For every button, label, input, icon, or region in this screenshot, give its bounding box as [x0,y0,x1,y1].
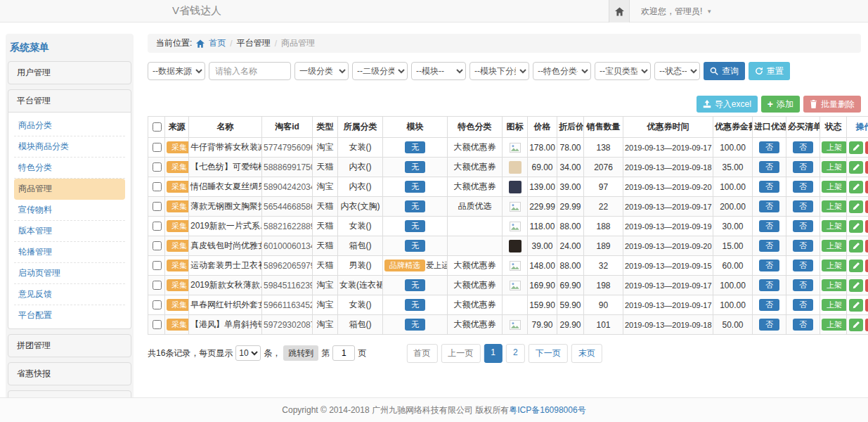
pager-button-4[interactable]: 下一页 [529,344,568,363]
must-buy-badge[interactable]: 否 [793,319,813,331]
imported-badge[interactable]: 否 [759,220,779,233]
pager-button-1[interactable]: 上一页 [441,344,480,363]
filter-select-status[interactable]: --状态-- [654,62,700,80]
per-page-select[interactable]: 10 [235,345,261,361]
sidebar-item-feature-category[interactable]: 特色分类 [14,158,125,179]
row-checkbox[interactable] [153,182,162,191]
cell-price: 159.90 [528,295,557,315]
must-buy-badge[interactable]: 否 [793,141,813,154]
row-checkbox[interactable] [153,162,162,172]
pager-button-2[interactable]: 1 [484,344,503,363]
row-checkbox[interactable] [153,143,162,152]
col-header-4: 所属分类 [338,117,383,138]
imported-badge[interactable]: 否 [759,279,779,292]
filter-select-data-source[interactable]: --数据来源-- [148,62,205,80]
row-checkbox[interactable] [153,281,162,290]
imported-badge[interactable]: 否 [759,319,779,331]
page-number-input[interactable] [332,345,355,361]
imported-badge[interactable]: 否 [759,240,779,252]
delete-button[interactable] [865,279,868,292]
edit-button[interactable] [849,141,863,154]
sidebar-item-goods-manage[interactable]: 商品管理 [14,179,125,200]
sidebar-item-splash-manage[interactable]: 启动页管理 [14,263,125,284]
search-button[interactable]: 查询 [704,62,745,80]
must-buy-badge[interactable]: 否 [793,200,813,213]
status-badge: 上架 [822,181,847,193]
filter-select-feature-category[interactable]: --特色分类-- [533,62,591,80]
row-checkbox[interactable] [153,241,162,250]
delete-button[interactable] [865,220,868,233]
delete-button[interactable] [865,141,868,154]
pager-button-3[interactable]: 2 [506,344,525,363]
edit-button[interactable] [849,279,863,292]
must-buy-badge[interactable]: 否 [793,181,813,193]
must-buy-badge[interactable]: 否 [793,279,813,292]
pager-button-5[interactable]: 末页 [571,344,602,363]
row-checkbox[interactable] [153,202,162,211]
reset-button[interactable]: 重置 [749,62,790,80]
row-checkbox[interactable] [153,222,162,231]
import-excel-button[interactable]: 导入excel [697,96,758,113]
sidebar-item-carousel-manage[interactable]: 轮播管理 [14,242,125,263]
user-menu[interactable]: 欢迎您，管理员! ▼ [630,0,712,23]
sidebar-group-express-news[interactable]: 省惠快报 [8,362,131,385]
must-buy-badge[interactable]: 否 [793,161,813,174]
cell-price: 69.00 [528,158,557,177]
add-button[interactable]: + 添加 [761,96,800,113]
imported-badge[interactable]: 否 [759,181,779,193]
imported-badge[interactable]: 否 [759,161,779,174]
imported-badge[interactable]: 否 [759,260,779,272]
home-button[interactable] [609,0,630,23]
imported-badge[interactable]: 否 [759,141,779,154]
edit-button[interactable] [849,240,863,252]
edit-button[interactable] [849,161,863,174]
batch-delete-button[interactable]: 批量删除 [803,96,861,113]
sidebar-item-goods-category[interactable]: 商品分类 [14,115,125,136]
row-checkbox[interactable] [153,320,162,329]
edit-button[interactable] [849,260,863,272]
filter-select-module-subcategory[interactable]: --模块下分类-- [469,62,529,80]
icp-link[interactable]: 粤ICP备16098006号 [509,404,585,416]
filter-select-level1-category[interactable]: 一级分类 [294,62,349,80]
sidebar-group-group-buy[interactable]: 拼团管理 [8,334,131,357]
cell-sales: 101 [584,315,623,335]
must-buy-badge[interactable]: 否 [793,220,813,233]
name-search-input[interactable] [209,62,291,80]
delete-button[interactable] [865,200,868,213]
delete-button[interactable] [865,319,868,331]
filter-select-level2-category[interactable]: --二级分类-- [352,62,408,80]
filter-select-module[interactable]: --模块-- [411,62,466,80]
edit-button[interactable] [849,181,863,193]
sidebar-item-module-goods-category[interactable]: 模块商品分类 [14,136,125,158]
row-checkbox[interactable] [153,261,162,270]
edit-button[interactable] [849,220,863,233]
delete-button[interactable] [865,161,868,174]
sidebar-item-feedback[interactable]: 意见反馈 [14,284,125,305]
row-checkbox[interactable] [153,300,162,309]
imported-badge[interactable]: 否 [759,299,779,312]
edit-button[interactable] [849,200,863,213]
edit-button[interactable] [849,319,863,331]
sidebar-item-platform-config[interactable]: 平台配置 [14,305,125,326]
sidebar-menu: 用户管理平台管理商品分类模块商品分类特色分类商品管理宣传物料版本管理轮播管理启动… [6,61,134,422]
delete-button[interactable] [865,299,868,312]
must-buy-badge[interactable]: 否 [793,260,813,272]
sidebar-item-version-manage[interactable]: 版本管理 [14,221,125,242]
edit-button[interactable] [849,299,863,312]
cell-feature-category: 大额优惠券 [448,177,503,197]
sidebar-group-user[interactable]: 用户管理 [8,61,131,84]
filter-select-item-type[interactable]: --宝贝类型-- [595,62,651,80]
delete-button[interactable] [865,181,868,193]
sidebar-item-promo-material[interactable]: 宣传物料 [14,200,125,221]
must-buy-badge[interactable]: 否 [793,240,813,252]
sidebar-group-platform[interactable]: 平台管理 [8,89,131,113]
jump-button[interactable]: 跳转到 [283,345,318,361]
delete-button[interactable] [865,260,868,272]
must-buy-badge[interactable]: 否 [793,299,813,312]
imported-badge[interactable]: 否 [759,200,779,213]
pager-button-0[interactable]: 首页 [406,344,437,363]
breadcrumb-home-link[interactable]: 首页 [209,37,226,49]
select-all-checkbox[interactable] [153,122,162,132]
delete-button[interactable] [865,240,868,252]
cell-category: 箱包() [338,315,383,335]
